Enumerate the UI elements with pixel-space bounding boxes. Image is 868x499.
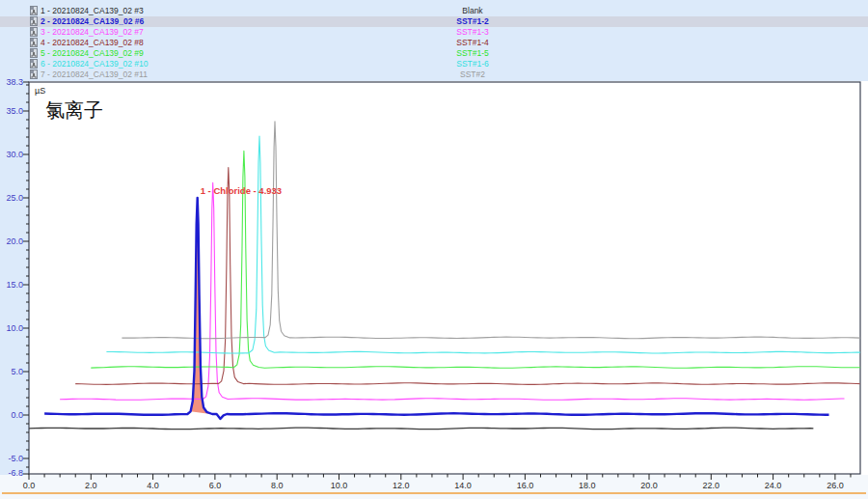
x-axis: 0.02.04.06.08.010.012.014.016.018.020.02…	[23, 474, 851, 490]
x-tick-label: 22.0	[703, 481, 720, 490]
x-tick-label: 24.0	[765, 481, 782, 490]
x-tick-label: 12.0	[393, 481, 410, 490]
x-tick-label: 4.0	[147, 481, 159, 490]
trace-injection-6[interactable]	[106, 136, 861, 353]
y-axis-min-label: -6.8	[8, 468, 23, 478]
y-tick-label: 35.0	[6, 106, 23, 116]
x-tick-label: 14.0	[454, 481, 472, 490]
x-tick-label: 2.0	[85, 481, 97, 490]
y-axis-max-label: 38.3	[6, 77, 23, 87]
y-tick-label: 5.0	[11, 367, 23, 376]
y-tick-label: 30.0	[6, 150, 23, 159]
y-tick-label: 15.0	[6, 280, 23, 290]
y-tick-label: 10.0	[6, 323, 23, 333]
plot-title: 氯离子	[45, 99, 103, 121]
peak-label: 1 - Chloride - 4.933	[201, 185, 282, 196]
y-axis-unit-label: µS	[35, 86, 45, 96]
x-tick-label: 20.0	[640, 481, 658, 490]
y-tick-label: -5.0	[8, 454, 23, 463]
chromatogram-plot: 35.030.025.020.015.010.05.00.0-5.038.3-6…	[0, 0, 868, 499]
x-tick-label: 8.0	[271, 481, 284, 490]
x-tick-label: 0.0	[23, 481, 36, 490]
trace-injection-2[interactable]	[44, 198, 828, 419]
x-tick-label: 16.0	[517, 481, 534, 490]
chromatography-overlay-window: { "legend": { "rows": [ {"label": "1 - 2…	[0, 0, 868, 499]
x-tick-label: 26.0	[827, 481, 844, 490]
y-tick-label: 25.0	[6, 193, 23, 203]
x-tick-label: 18.0	[579, 481, 596, 490]
x-tick-label: 10.0	[331, 481, 348, 490]
trace-injection-1[interactable]	[29, 428, 813, 430]
y-tick-label: 0.0	[11, 410, 23, 420]
y-axis: 35.030.025.020.015.010.05.00.0-5.038.3-6…	[6, 77, 29, 478]
x-tick-label: 6.0	[209, 481, 222, 490]
y-tick-label: 20.0	[6, 236, 23, 246]
traces-layer	[29, 122, 861, 430]
trace-injection-7[interactable]	[122, 122, 861, 339]
trace-injection-5[interactable]	[91, 151, 861, 368]
